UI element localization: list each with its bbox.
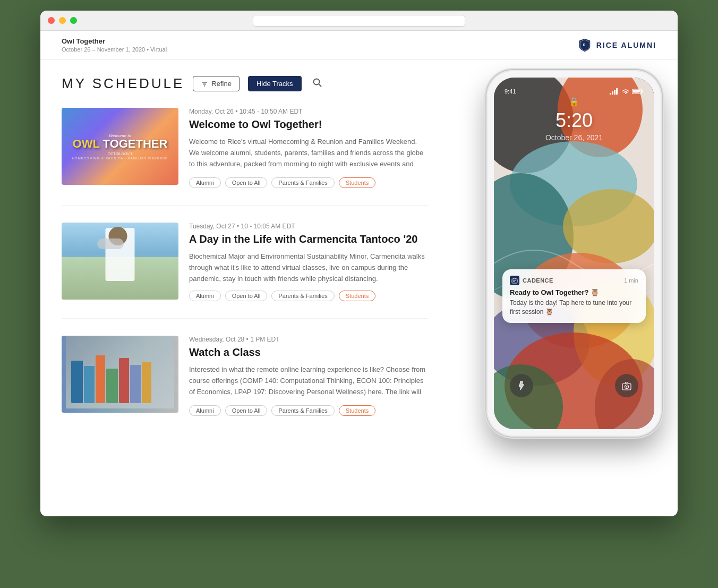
svg-rect-23 xyxy=(642,90,643,92)
event-date-1: Monday, Oct 26 • 10:45 - 10:50 AM EDT xyxy=(189,108,428,115)
svg-rect-20 xyxy=(614,90,616,95)
tag-students-3[interactable]: Students xyxy=(339,405,375,416)
camera-icon xyxy=(621,380,632,391)
tag-parents-families-3[interactable]: Parents & Families xyxy=(271,405,334,416)
refine-icon xyxy=(201,80,208,88)
schedule-header: MY SCHEDULE Refine Hide Tracks xyxy=(62,75,428,92)
flashlight-button[interactable] xyxy=(510,374,533,397)
event-description-3: Interested in what the remote online lea… xyxy=(189,364,428,399)
event-name-3: Watch a Class xyxy=(189,345,428,359)
url-bar[interactable] xyxy=(253,15,465,27)
event-tags-3: Alumni Open to All Parents & Families St… xyxy=(189,405,428,416)
event-title: Owl Together xyxy=(62,37,167,45)
tag-alumni[interactable]: Alumni xyxy=(189,177,221,188)
schedule-title: MY SCHEDULE xyxy=(62,75,184,92)
wifi-icon xyxy=(621,88,630,95)
svg-point-32 xyxy=(626,386,628,388)
phone-frame: 9:41 xyxy=(486,70,662,437)
battery-icon xyxy=(632,88,644,95)
main-content: MY SCHEDULE Refine Hide Tracks xyxy=(40,59,678,516)
notif-header: CADENCE 1 min xyxy=(510,276,638,285)
tag-open-to-all[interactable]: Open to All xyxy=(225,177,268,188)
svg-line-5 xyxy=(319,84,321,87)
tag-open-to-all-2[interactable]: Open to All xyxy=(225,291,268,301)
phone-status-bar: 9:41 xyxy=(494,78,654,101)
phone-screen: 9:41 xyxy=(494,78,654,429)
tag-open-to-all-3[interactable]: Open to All xyxy=(225,405,268,416)
refine-button[interactable]: Refine xyxy=(193,76,240,91)
event-description-2: Biochemical Major and Environmental Sust… xyxy=(189,251,428,284)
camera-button[interactable] xyxy=(615,374,638,397)
search-button[interactable] xyxy=(310,75,324,92)
svg-rect-3 xyxy=(204,86,205,87)
phone-date-display: October 26, 2021 xyxy=(545,133,603,142)
flashlight-icon xyxy=(516,380,527,391)
event-item-3[interactable]: Wednesday, Oct 28 • 1 PM EDT Watch a Cla… xyxy=(62,336,428,433)
svg-rect-21 xyxy=(616,88,618,95)
event-meta: October 26 – November 1, 2020 • Virtual xyxy=(62,46,167,53)
traffic-lights xyxy=(48,17,77,24)
event-thumbnail-2 xyxy=(62,223,178,300)
phone-bottom-bar xyxy=(494,365,654,429)
svg-point-4 xyxy=(313,79,319,85)
signal-icon xyxy=(610,88,619,95)
event-tags-1: Alumni Open to All Parents & Families St… xyxy=(189,177,428,188)
tag-alumni-2[interactable]: Alumni xyxy=(189,291,221,301)
logo-text: RICE ALUMNI xyxy=(596,41,656,49)
event-tags-2: Alumni Open to All Parents & Families St… xyxy=(189,291,428,301)
svg-text:R: R xyxy=(583,42,586,46)
close-button[interactable] xyxy=(48,17,55,24)
svg-rect-1 xyxy=(202,82,207,83)
event-details-1: Monday, Oct 26 • 10:45 - 10:50 AM EDT We… xyxy=(189,108,428,188)
event-details-3: Wednesday, Oct 28 • 1 PM EDT Watch a Cla… xyxy=(189,336,428,416)
notif-title: Ready to Owl Together? 🦉 xyxy=(510,288,638,296)
svg-rect-19 xyxy=(612,91,613,95)
tag-parents-families-2[interactable]: Parents & Families xyxy=(271,291,334,301)
svg-rect-18 xyxy=(610,93,611,95)
event-date-2: Tuesday, Oct 27 • 10 - 10:05 AM EDT xyxy=(189,223,428,230)
app-header: Owl Together October 26 – November 1, 20… xyxy=(40,31,678,59)
svg-rect-2 xyxy=(203,83,206,84)
phone-time-display: 5:20 xyxy=(555,109,593,132)
svg-rect-24 xyxy=(633,90,640,93)
title-bar xyxy=(40,11,678,31)
tag-parents-families[interactable]: Parents & Families xyxy=(271,177,334,188)
event-description-1: Welcome to Rice's virtual Homecoming & R… xyxy=(189,137,428,171)
event-name-1: Welcome to Owl Together! xyxy=(189,117,428,131)
event-date-3: Wednesday, Oct 28 • 1 PM EDT xyxy=(189,336,428,343)
minimize-button[interactable] xyxy=(59,17,66,24)
event-item[interactable]: Welcome to Owl Together OCT.26-NOV.1 HOM… xyxy=(62,108,428,206)
event-info: Owl Together October 26 – November 1, 20… xyxy=(62,37,167,53)
event-thumbnail-1: Welcome to Owl Together OCT.26-NOV.1 HOM… xyxy=(62,108,178,185)
tag-students[interactable]: Students xyxy=(339,177,375,188)
event-item-2[interactable]: Tuesday, Oct 27 • 10 - 10:05 AM EDT A Da… xyxy=(62,223,428,319)
svg-rect-25 xyxy=(512,279,517,283)
wallpaper: 9:41 xyxy=(494,78,654,429)
mac-window: Owl Together October 26 – November 1, 20… xyxy=(40,11,678,516)
notif-time: 1 min xyxy=(624,277,638,284)
rice-shield-icon: R xyxy=(577,38,592,53)
notif-app-name: CADENCE xyxy=(523,277,553,284)
tag-students-2[interactable]: Students xyxy=(339,291,375,301)
event-details-2: Tuesday, Oct 27 • 10 - 10:05 AM EDT A Da… xyxy=(189,223,428,301)
schedule-panel[interactable]: MY SCHEDULE Refine Hide Tracks xyxy=(40,59,449,516)
maximize-button[interactable] xyxy=(70,17,77,24)
event-thumbnail-3 xyxy=(62,336,178,413)
notif-app-info: CADENCE xyxy=(510,276,553,285)
notification-card[interactable]: CADENCE 1 min Ready to Owl Together? 🦉 T… xyxy=(502,269,646,323)
hide-tracks-button[interactable]: Hide Tracks xyxy=(248,76,302,91)
search-icon xyxy=(312,78,322,87)
phone-area: 9:41 xyxy=(449,59,678,516)
signal-icons xyxy=(610,88,644,95)
rice-logo: R RICE ALUMNI xyxy=(577,38,656,53)
notif-body: Today is the day! Tap here to tune into … xyxy=(510,299,638,317)
svg-point-11 xyxy=(563,189,654,263)
event-name-2: A Day in the Life with Carmencita Tantoc… xyxy=(189,232,428,246)
tag-alumni-3[interactable]: Alumni xyxy=(189,405,221,416)
notif-app-icon xyxy=(510,276,519,285)
